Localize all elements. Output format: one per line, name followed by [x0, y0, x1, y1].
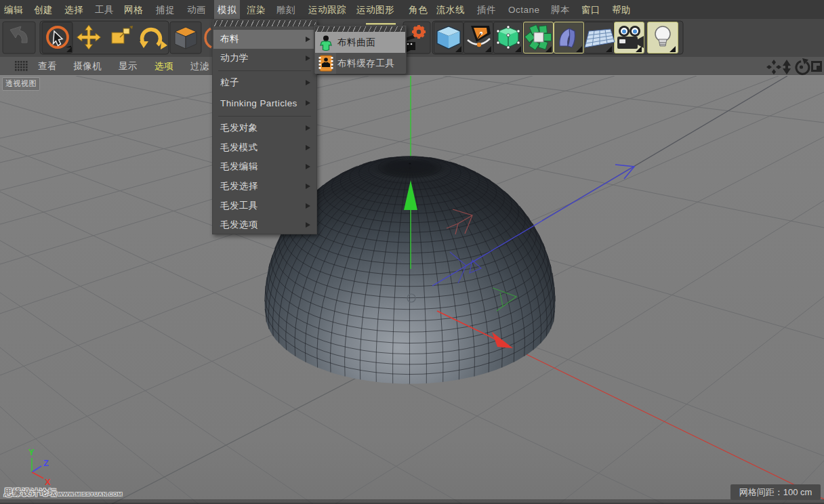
svg-text:X: X [45, 477, 51, 487]
svg-text:Z: Z [43, 458, 49, 468]
svg-text:Y: Y [28, 447, 35, 457]
